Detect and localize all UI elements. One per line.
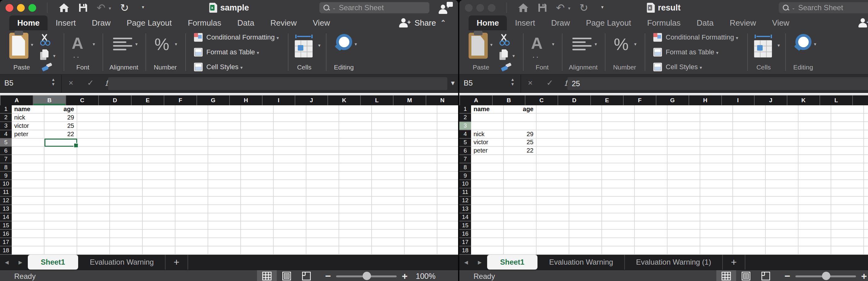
cell-I14[interactable] [733, 213, 766, 222]
cell-D10[interactable] [110, 180, 143, 188]
cell-L14[interactable] [372, 213, 405, 222]
cell-G1[interactable] [668, 105, 700, 114]
toolbar-overflow-icon[interactable]: ▾ [140, 4, 147, 10]
cell-I6[interactable] [733, 147, 766, 155]
column-header-partial[interactable] [853, 95, 868, 105]
cell-F10[interactable] [635, 180, 668, 188]
cell-L15[interactable] [831, 221, 864, 230]
column-header-D[interactable]: D [99, 95, 132, 105]
normal-view-icon[interactable] [716, 270, 736, 281]
cell-D8[interactable] [110, 163, 143, 172]
normal-view-icon[interactable] [257, 270, 277, 281]
cell-L8[interactable] [372, 163, 405, 172]
cell-E12[interactable] [143, 197, 176, 205]
paste-dropdown-arrow[interactable] [31, 42, 33, 48]
cell-G10[interactable] [668, 180, 700, 188]
cell-H13[interactable] [241, 205, 274, 213]
cells-icon[interactable] [753, 35, 773, 59]
cell-G13[interactable] [668, 205, 700, 213]
cell-F6[interactable] [635, 147, 668, 155]
cell-A3[interactable]: victor [12, 122, 44, 130]
cell-I15[interactable] [733, 221, 766, 230]
cell-G11[interactable] [668, 188, 700, 197]
cell-F11[interactable] [635, 188, 668, 197]
cell-L13[interactable] [831, 205, 864, 213]
cell-J10[interactable] [306, 180, 339, 188]
redo-icon[interactable]: ↻ [118, 2, 131, 14]
cell-I1[interactable] [733, 105, 766, 114]
cell-K17[interactable] [339, 238, 372, 246]
cell-L6[interactable] [831, 147, 864, 155]
cell-E14[interactable] [143, 213, 176, 222]
row-header-3[interactable]: 3 [0, 122, 12, 130]
cell-L6[interactable] [372, 147, 405, 155]
ribbon-tab-page-layout[interactable]: Page Layout [119, 15, 180, 30]
row-header-17[interactable]: 17 [0, 238, 12, 246]
cell-H1[interactable] [241, 105, 274, 114]
row-header-5[interactable]: 5 [0, 139, 12, 147]
cell-F18[interactable] [635, 246, 668, 255]
conditional-formatting-button[interactable]: Conditional Formatting▾ [653, 33, 738, 42]
cell-I12[interactable] [733, 197, 766, 205]
column-header-G[interactable]: G [197, 95, 230, 105]
cell-G15[interactable] [668, 221, 700, 230]
cell-J9[interactable] [306, 172, 339, 180]
cell-B10[interactable] [504, 180, 536, 188]
previous-sheet-icon[interactable]: ◂ [0, 255, 13, 270]
row-header-2[interactable]: 2 [0, 114, 12, 122]
cell-E8[interactable] [143, 163, 176, 172]
cell-F17[interactable] [635, 238, 668, 246]
search-scope-chevron-icon[interactable]: ⌄ [332, 5, 336, 10]
cell-D6[interactable] [110, 147, 143, 155]
cell-L3[interactable] [372, 122, 405, 130]
cell-D17[interactable] [569, 238, 602, 246]
cell-K18[interactable] [799, 246, 831, 255]
cell-M12[interactable] [405, 197, 437, 205]
cell-I17[interactable] [733, 238, 766, 246]
cell-I18[interactable] [733, 246, 766, 255]
cell-partial[interactable] [864, 114, 868, 122]
cell-E2[interactable] [602, 114, 635, 122]
cell-C1[interactable] [536, 105, 569, 114]
cell-partial[interactable] [864, 139, 868, 147]
cell-F14[interactable] [635, 213, 668, 222]
cell-H17[interactable] [700, 238, 733, 246]
cell-K2[interactable] [799, 114, 831, 122]
cell-F7[interactable] [635, 155, 668, 163]
row-header-1[interactable]: 1 [0, 105, 12, 114]
column-header-J[interactable]: J [755, 95, 787, 105]
cell-D18[interactable] [110, 246, 143, 255]
previous-sheet-icon[interactable]: ◂ [459, 255, 473, 270]
copy-dropdown-arrow[interactable] [513, 53, 515, 59]
cell-K12[interactable] [339, 197, 372, 205]
cell-C2[interactable] [77, 114, 110, 122]
cell-D4[interactable] [110, 130, 143, 139]
cell-G6[interactable] [208, 147, 241, 155]
cell-D14[interactable] [110, 213, 143, 222]
row-header-10[interactable]: 10 [459, 180, 471, 188]
cell-B2[interactable] [504, 114, 536, 122]
page-layout-view-icon[interactable] [736, 270, 756, 281]
cell-E7[interactable] [602, 155, 635, 163]
cell-C16[interactable] [536, 230, 569, 238]
cell-F10[interactable] [176, 180, 208, 188]
cell-A2[interactable] [471, 114, 504, 122]
format-as-table-button[interactable]: Format as Table▾ [194, 48, 259, 57]
cell-A14[interactable] [12, 213, 44, 222]
cell-G12[interactable] [668, 197, 700, 205]
cell-L3[interactable] [831, 122, 864, 130]
cell-H14[interactable] [700, 213, 733, 222]
column-header-L[interactable]: L [820, 95, 853, 105]
cell-styles-button[interactable]: Cell Styles▾ [194, 62, 243, 72]
cell-F1[interactable] [635, 105, 668, 114]
cell-N18[interactable] [437, 246, 458, 255]
cell-F2[interactable] [176, 114, 208, 122]
cell-L18[interactable] [372, 246, 405, 255]
sheet-tab-sheet1[interactable]: Sheet1 [28, 255, 78, 270]
cell-H14[interactable] [241, 213, 274, 222]
cell-J16[interactable] [766, 230, 799, 238]
cell-C17[interactable] [77, 238, 110, 246]
alignment-icon[interactable] [113, 38, 132, 53]
cell-M5[interactable] [405, 139, 437, 147]
column-header-M[interactable]: M [394, 95, 426, 105]
